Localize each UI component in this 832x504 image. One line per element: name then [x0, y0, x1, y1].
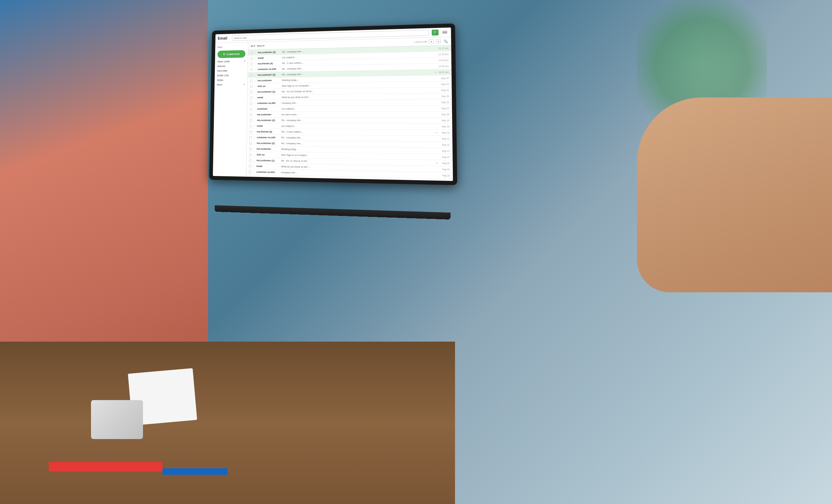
email-checkbox[interactable] [250, 119, 252, 121]
desk-surface [0, 342, 455, 504]
email-time: 11:15 pm [438, 53, 448, 56]
compose-label: COMPOSE [227, 53, 240, 56]
email-checkbox[interactable] [250, 102, 253, 105]
star-icon[interactable]: ☆ [254, 57, 257, 59]
email-subject: Meeting today ... [282, 77, 436, 82]
email-time: Sep 13 [439, 132, 449, 134]
star-icon[interactable]: ☆ [253, 153, 256, 156]
email-checkbox[interactable] [249, 165, 252, 167]
toolbar-search-icon: 🔍 [444, 39, 448, 43]
star-icon[interactable]: ☆ [254, 102, 256, 105]
email-sender: me,customer (1) [256, 159, 280, 162]
email-checkbox[interactable] [249, 142, 252, 144]
email-checkbox[interactable] [250, 68, 253, 71]
hamburger-line-3 [442, 33, 447, 34]
email-checkbox[interactable] [250, 79, 253, 82]
email-subject: company info ... [282, 101, 436, 104]
email-icons: ↩ [436, 162, 438, 164]
sidebar: Mail + COMPOSE Inbox (169) ▾ Starred [213, 42, 248, 177]
star-icon[interactable]: ☆ [253, 125, 256, 127]
email-row[interactable]: ☆ me,customer we want some ... Sep 19 [247, 111, 452, 117]
email-sender: email [256, 165, 280, 168]
star-icon[interactable]: ☆ [253, 159, 256, 162]
email-checkbox[interactable] [250, 74, 253, 76]
email-checkbox[interactable] [249, 147, 252, 150]
email-checkbox[interactable] [250, 108, 252, 110]
email-checkbox[interactable] [249, 170, 252, 173]
compose-button[interactable]: + COMPOSE [217, 50, 245, 58]
sidebar-more-label: More [217, 83, 222, 86]
email-count: 1-100 of 346 [414, 40, 427, 43]
laptop-screen: Email 🔍 Mail [213, 28, 453, 181]
star-icon[interactable]: ☆ [254, 108, 256, 110]
email-subject: New Sign-in on Comput... [281, 153, 437, 159]
email-subject: New Sign-in on Computer ... [282, 83, 436, 87]
email-subject: Re : company info ... [282, 71, 433, 76]
email-app: Email 🔍 Mail [213, 28, 453, 181]
sidebar-item-drafts[interactable]: Drafts (10) [215, 73, 248, 78]
next-page-button[interactable]: > [436, 39, 441, 44]
star-icon[interactable]: ☆ [253, 130, 256, 133]
star-icon[interactable]: ☆ [253, 142, 256, 144]
email-time: Sep 21 [439, 107, 449, 109]
star-icon[interactable]: ☆ [254, 79, 256, 82]
email-checkbox[interactable] [250, 113, 252, 116]
prev-page-button[interactable]: < [429, 39, 434, 44]
menu-button[interactable] [441, 29, 448, 35]
email-checkbox[interactable] [250, 85, 253, 88]
select-dropdown[interactable]: All ▾ [251, 45, 255, 48]
more-dropdown[interactable]: More ▾ [257, 44, 264, 47]
star-icon[interactable]: ☆ [254, 91, 256, 93]
email-time: 09:31 am [438, 71, 449, 74]
star-icon[interactable]: ☆ [254, 51, 257, 54]
email-checkbox[interactable] [249, 130, 252, 133]
email-sender: customer no.249 [258, 67, 281, 71]
email-subject: Meeting today ... [281, 148, 437, 152]
compose-plus-icon: + [223, 52, 225, 56]
sidebar-inbox-count: (169) [224, 60, 230, 63]
star-icon[interactable]: ☆ [254, 68, 256, 71]
email-checkbox[interactable] [251, 57, 253, 59]
email-checkbox[interactable] [250, 96, 253, 99]
email-time: Sep 19 [439, 113, 449, 116]
search-icon: 🔍 [433, 31, 437, 34]
star-icon[interactable]: ☆ [253, 165, 255, 167]
sidebar-item-more[interactable]: More ▾ [214, 82, 247, 87]
email-checkbox[interactable] [249, 159, 252, 161]
star-icon[interactable]: ☆ [253, 136, 256, 139]
email-row[interactable]: ☆ customer no.001 company info ... Sep 2… [247, 100, 452, 106]
star-icon[interactable]: ☆ [254, 96, 256, 99]
sidebar-item-notes[interactable]: Notes [214, 77, 247, 83]
email-subject: Re : company info ... [282, 136, 437, 140]
star-icon[interactable]: ☆ [253, 147, 256, 150]
email-subject: company info ... [281, 171, 437, 177]
email-checkbox[interactable] [250, 91, 253, 93]
email-time: Sep 23 [439, 101, 449, 103]
star-icon[interactable]: ☆ [253, 119, 256, 121]
chevron-left-icon: < [431, 40, 432, 43]
email-checkbox[interactable] [249, 153, 252, 156]
hamburger-line-2 [442, 32, 447, 32]
star-icon[interactable]: ☆ [254, 62, 257, 65]
email-subject: we want some ... [282, 113, 436, 116]
email-checkbox[interactable] [250, 125, 252, 127]
email-subject: Re : company info ... [282, 119, 436, 122]
toolbar-search-button[interactable]: 🔍 [443, 38, 448, 44]
email-checkbox[interactable] [249, 136, 252, 139]
email-icons: ↩ [436, 131, 438, 134]
email-row[interactable]: ☆ me,customer (2) Re : company info ... … [247, 117, 452, 124]
email-row[interactable]: ☆ customer (no subject) ... Sep 21 [247, 106, 452, 112]
search-button[interactable]: 🔍 [432, 30, 438, 36]
sidebar-inbox-label: Inbox [217, 60, 223, 63]
email-checkbox[interactable] [251, 51, 253, 54]
sidebar-item-sent[interactable]: Sent Mail [215, 68, 248, 74]
more-label: More [257, 44, 263, 47]
star-icon[interactable]: ☆ [253, 170, 255, 173]
star-icon[interactable]: ☆ [254, 85, 256, 88]
email-checkbox[interactable] [250, 62, 253, 65]
star-icon[interactable]: ☆ [253, 113, 256, 116]
email-subject: (no subject) ... [282, 107, 436, 110]
email-sender: me,customer (2) [257, 119, 281, 122]
email-time: 11:27 pm [438, 47, 448, 50]
star-icon[interactable]: ☆ [254, 74, 256, 76]
